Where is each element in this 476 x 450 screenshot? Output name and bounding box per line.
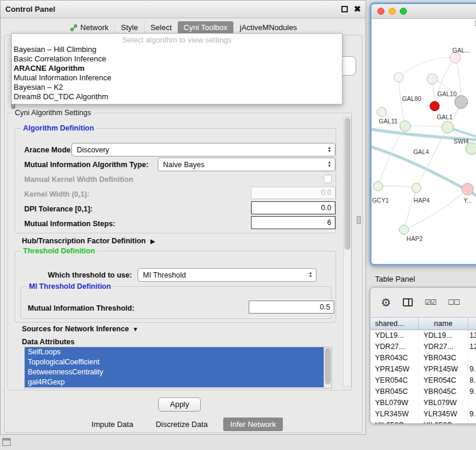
tab-infer-network[interactable]: Infer Network xyxy=(223,418,283,431)
network-window-titlebar[interactable] xyxy=(371,4,476,19)
list-item-topologicalcoefficient[interactable]: TopologicalCoefficient xyxy=(25,357,324,367)
table-cell: YDL19... xyxy=(419,330,468,341)
dropdown-item-basic-correlation[interactable]: Basic Correlation Inference xyxy=(12,54,342,64)
list-item-selfloops[interactable]: SelfLoops xyxy=(25,347,324,357)
network-node[interactable] xyxy=(427,74,438,84)
network-node[interactable] xyxy=(430,102,439,111)
table-cell: 9. xyxy=(468,364,476,375)
mi-steps-field[interactable]: 6 xyxy=(251,216,335,229)
show-columns-icon[interactable] xyxy=(403,298,413,306)
manual-kernel-width-checkbox[interactable] xyxy=(324,175,332,183)
apply-button[interactable]: Apply xyxy=(158,397,201,412)
table-cell: YDL19... xyxy=(370,330,419,341)
tab-network[interactable]: Network xyxy=(64,21,115,34)
restore-panel-icon-bar xyxy=(3,439,10,441)
network-node[interactable] xyxy=(399,225,409,234)
table-row[interactable]: YDL19...YDL19...13 xyxy=(370,330,476,341)
network-node[interactable] xyxy=(400,121,410,132)
table-row[interactable]: YLR345WYLR345W9. xyxy=(370,409,476,420)
column-header-shared-name[interactable]: shared... xyxy=(370,318,419,330)
algorithm-dropdown-popup: Select algorithm to view settings Bayesi… xyxy=(11,33,343,105)
network-node[interactable] xyxy=(450,53,461,63)
table-cell: YDR27... xyxy=(370,341,419,353)
table-row[interactable]: YBR043CYBR043C xyxy=(370,353,476,364)
float-window-icon[interactable] xyxy=(341,6,348,12)
table-row[interactable]: YER054CYER054C8. xyxy=(370,375,476,386)
network-node[interactable] xyxy=(377,107,386,117)
zoom-traffic-light[interactable] xyxy=(400,8,407,15)
network-node[interactable] xyxy=(442,122,454,133)
node-label: SWI4 xyxy=(454,138,469,145)
node-label: HAP4 xyxy=(413,197,430,204)
tab-select[interactable]: Select xyxy=(144,21,178,34)
tab-label: Network xyxy=(80,23,109,32)
which-threshold-label: Which threshold to use: xyxy=(48,271,132,279)
tab-impute-data[interactable]: Impute Data xyxy=(84,418,141,431)
which-threshold-select[interactable]: MI Threshold ▲▼ xyxy=(138,268,317,282)
manual-kernel-width-label: Manual Kernel Width Definition xyxy=(24,175,133,184)
table-row[interactable]: YPR145WYPR145W9. xyxy=(370,364,476,375)
column-header-name[interactable]: name xyxy=(419,318,468,330)
hub-section-toggle[interactable]: Hub/Transcription Factor Definition▶ xyxy=(22,237,155,245)
network-node[interactable] xyxy=(373,181,383,191)
kernel-width-field: 0.0 xyxy=(251,187,335,199)
mi-algorithm-type-select[interactable]: Naive Bayes ▲▼ xyxy=(158,158,335,171)
list-item-gal4rgexp[interactable]: gal4RGexp xyxy=(25,377,324,387)
dropdown-item-aracne[interactable]: ARACNE Algorithm xyxy=(12,64,342,73)
aracne-mode-select[interactable]: Discovery ▲▼ xyxy=(71,143,335,156)
network-canvas[interactable]: GAL...GAL80GAL10GAL11GAL1SWI4GAL4GCY1HAP… xyxy=(371,19,476,264)
data-attributes-list[interactable]: SelfLoops TopologicalCoefficient Between… xyxy=(24,347,332,389)
list-item-betweennesscentrality[interactable]: BetweennessCentrality xyxy=(25,367,324,377)
table-row[interactable]: YBL079WYBL079W xyxy=(370,397,476,409)
combo-arrows-icon: ▲▼ xyxy=(328,146,331,153)
network-node[interactable] xyxy=(394,73,403,82)
tab-discretize-data[interactable]: Discretize Data xyxy=(149,418,215,431)
gear-icon[interactable]: ⚙ xyxy=(381,296,391,309)
table-cell xyxy=(468,420,476,424)
hub-section-label: Hub/Transcription Factor Definition xyxy=(22,237,146,245)
settings-scrollbar[interactable] xyxy=(343,116,351,387)
tab-cyni-toolbox[interactable]: Cyni Toolbox xyxy=(178,21,233,34)
sources-section-toggle[interactable]: Sources for Network Inference▼ xyxy=(22,325,138,333)
control-panel-titlebar[interactable]: Control Panel ✖ xyxy=(1,1,366,18)
table-cell: YLR345W xyxy=(370,409,419,420)
table-row[interactable]: YDR27...YDR27...12 xyxy=(370,341,476,353)
node-label: GAL80 xyxy=(402,96,422,102)
restore-panel-icon[interactable] xyxy=(2,438,11,446)
table-body: YDL19...YDL19...13YDR27...YDR27...12YBR0… xyxy=(370,330,476,424)
table-cell: YBR045C xyxy=(370,386,419,397)
table-cell: 9. xyxy=(468,386,476,397)
dropdown-item-bayesian-hill-climbing[interactable]: Bayesian – Hill Climbing xyxy=(12,45,342,54)
unselect-all-columns-icon[interactable]: ☐☐ xyxy=(448,298,460,306)
dropdown-item-mutual-information[interactable]: Mutual Information Inference xyxy=(12,73,342,83)
network-node[interactable] xyxy=(462,183,474,195)
column-header-clipped[interactable] xyxy=(468,318,476,330)
mi-algorithm-type-label: Mutual Information Algorithm Type: xyxy=(24,161,148,169)
table-row[interactable]: YBR045CYBR045C9. xyxy=(370,386,476,397)
table-cell: YDR27... xyxy=(419,341,468,353)
list-scrollbar[interactable] xyxy=(324,347,331,388)
close-traffic-light[interactable] xyxy=(377,8,384,15)
dpi-tolerance-field[interactable]: 0.0 xyxy=(251,201,335,214)
table-cell: YER054C xyxy=(419,375,468,386)
tab-jactivemnodules[interactable]: jActiveMNodules xyxy=(233,21,303,34)
mi-threshold-field[interactable]: 0.5 xyxy=(249,301,334,314)
network-node[interactable] xyxy=(455,96,468,109)
network-edge xyxy=(404,188,416,230)
tab-style[interactable]: Style xyxy=(115,21,144,34)
minimize-traffic-light[interactable] xyxy=(389,8,396,15)
collapsed-arrow-icon: ▶ xyxy=(151,238,155,244)
sources-section-label: Sources for Network Inference xyxy=(22,325,129,333)
close-icon[interactable]: ✖ xyxy=(354,4,361,14)
window-title: Control Panel xyxy=(5,5,56,14)
dropdown-item-dream8[interactable]: Dream8 DC_TDC Algorithm xyxy=(12,92,342,102)
expanded-arrow-icon: ▼ xyxy=(132,326,138,332)
table-row[interactable]: YIL052CYIL052C xyxy=(370,420,476,424)
dropdown-item-bayesian-k2[interactable]: Bayesian – K2 xyxy=(12,83,342,92)
select-all-columns-icon[interactable]: ☑☑ xyxy=(425,298,436,306)
settings-scrollbar-thumb[interactable] xyxy=(344,118,350,250)
splitter-grip[interactable] xyxy=(357,216,361,224)
mi-threshold-group-title: MI Threshold Definition xyxy=(27,282,113,291)
network-node[interactable] xyxy=(412,183,421,193)
list-scrollbar-thumb[interactable] xyxy=(325,348,331,384)
